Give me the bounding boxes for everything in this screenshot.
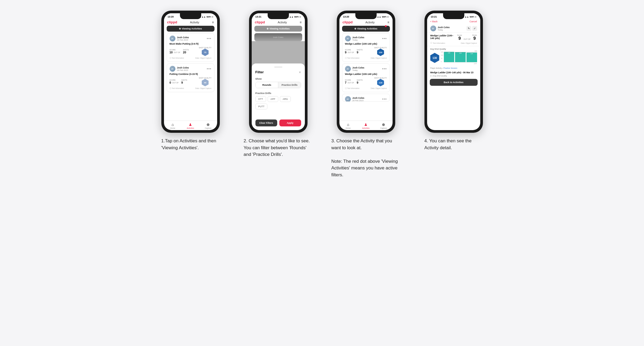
shots-value-1-2: 9 bbox=[181, 81, 187, 84]
back-btn-4[interactable]: < Back bbox=[430, 20, 438, 23]
blurred-text-2: Josh Coles bbox=[273, 36, 284, 39]
y-axis-4: 140 100 50 0 bbox=[441, 51, 443, 62]
hamburger-icon-3[interactable]: ≡ bbox=[387, 20, 389, 24]
nav-activities-1[interactable]: ♟ Activities bbox=[182, 122, 199, 129]
user-name-3-3: Josh Coles bbox=[352, 97, 364, 99]
shots-value-1-1: 20 bbox=[183, 51, 189, 54]
time-4: 13:21 bbox=[431, 15, 437, 18]
clear-filters-btn[interactable]: Clear Filters bbox=[255, 119, 277, 126]
footer-right-3-2: Data: Clippd Capture bbox=[371, 87, 387, 90]
battery-icon-4: ▪▪ bbox=[475, 16, 477, 18]
more-dots-1-2[interactable]: ••• bbox=[207, 68, 212, 70]
practice-session-link-4[interactable]: Practice Session bbox=[443, 67, 457, 69]
more-dots-1-1[interactable]: ••• bbox=[207, 37, 212, 40]
drill-btn-ott[interactable]: OTT bbox=[255, 96, 266, 102]
more-dots-3-1[interactable]: ••• bbox=[382, 37, 387, 40]
stat-group-score-1-2: Score 0 OUT OF bbox=[170, 79, 179, 84]
stats-row-3-1: Score 9 OUT OF Shots 9 bbox=[345, 47, 387, 56]
capture-label-1: Capture bbox=[205, 127, 212, 129]
filter-modal-wrap-2: Filter × Show Rounds Practice Drills Pra… bbox=[252, 41, 305, 130]
user-info-3-3: JC Josh Coles 28 Feb 2023 bbox=[345, 96, 364, 102]
wifi-icon-3: WiFi bbox=[382, 16, 386, 18]
capture-icon-1: ⊕ bbox=[207, 122, 210, 127]
shot-quality-group-3-1: Shot Quality 130 bbox=[374, 47, 387, 56]
user-info-3-2: JC Josh Coles Today bbox=[345, 66, 364, 72]
quality-label-3-2: Shot Quality bbox=[374, 77, 387, 79]
footer-left-1-2: ⓘ Test Information bbox=[170, 87, 184, 90]
header-title-2: Activity bbox=[278, 21, 287, 24]
bars-container-4: 132 129 124 bbox=[444, 51, 477, 62]
expand-icon-4[interactable]: ⤢ bbox=[472, 26, 477, 31]
app-header-1: clippd Activity ≡ bbox=[164, 19, 217, 26]
phone-4: 13:21 ▲▲▲ WiFi ▪▪ < Back Cancel bbox=[424, 11, 483, 133]
home-icon-3: ⌂ bbox=[347, 122, 349, 127]
filter-toggle-practice[interactable]: Practice Drills bbox=[278, 82, 301, 88]
nav-home-3[interactable]: ⌂ Home bbox=[339, 122, 357, 129]
card-footer-3-1: ⓘ Test Information Data: Clippd Capture bbox=[345, 57, 387, 59]
drill-btn-app[interactable]: APP bbox=[268, 96, 278, 102]
detail-score-value-4: 9 bbox=[458, 36, 461, 41]
footer-right-1-1: Data: Clippd Capture bbox=[195, 57, 212, 59]
caption-1: 1.Tap on Activities and then 'Viewing Ac… bbox=[161, 138, 220, 151]
nav-capture-1[interactable]: ⊕ Capture bbox=[199, 122, 217, 129]
user-name-1-1: Josh Coles bbox=[177, 36, 189, 39]
edit-icon-4[interactable]: ✎ bbox=[466, 26, 471, 31]
card-header-1-2: JC Josh Coles 28 Feb 2023 ••• bbox=[170, 66, 212, 72]
avg-line-label-4: 130 bbox=[474, 50, 477, 52]
user-date-3-3: 28 Feb 2023 bbox=[352, 99, 364, 102]
filter-toggle-rounds[interactable]: Rounds bbox=[256, 82, 279, 88]
activity-card-1-2[interactable]: JC Josh Coles 28 Feb 2023 ••• Putting Co… bbox=[167, 63, 214, 92]
activities-label-1: Activities bbox=[187, 127, 194, 129]
quality-label-1-2: Shot Quality bbox=[199, 77, 212, 79]
chart-row-4: 130 140 100 50 0 bbox=[430, 51, 477, 65]
shot-quality-group-1-2: Shot Quality 45 bbox=[199, 77, 212, 86]
phone-4-notch bbox=[443, 13, 464, 19]
filter-close-btn[interactable]: × bbox=[299, 70, 301, 74]
avg-quality-sub-label-4: •• • Avg Shot Quality bbox=[427, 74, 480, 77]
hamburger-icon-2[interactable]: ≡ bbox=[300, 20, 301, 24]
score-label-3-1: Score bbox=[345, 49, 355, 51]
user-info-1-1: JC Josh Coles 28 Feb 2023 bbox=[170, 36, 189, 41]
activity-card-1-1[interactable]: JC Josh Coles 28 Feb 2023 ••• Must Make … bbox=[167, 33, 214, 62]
activity-card-3-1[interactable]: JC Josh Coles Today ••• Wedge Ladder (10… bbox=[342, 33, 390, 62]
user-date-4: Today bbox=[438, 29, 450, 31]
hamburger-icon-1[interactable]: ≡ bbox=[212, 20, 214, 24]
bar-1-4: 132 bbox=[444, 52, 454, 62]
phone-2-screen: 13:21 ▲▲▲ WiFi ▪▪ clippd Activity ≡ ⊕ Vi… bbox=[252, 13, 305, 130]
status-icons-4: ▲▲▲ WiFi ▪▪ bbox=[462, 16, 476, 18]
more-dots-3-2[interactable]: ••• bbox=[382, 68, 387, 70]
activity-card-3-3[interactable]: JC Josh Coles 28 Feb 2023 ••• bbox=[342, 94, 390, 102]
home-label-1: Home bbox=[170, 127, 175, 129]
nav-activities-3[interactable]: ♟ Activities bbox=[357, 122, 375, 129]
viewing-bar-1[interactable]: ⊕ Viewing Activities bbox=[167, 26, 214, 32]
nav-home-1[interactable]: ⌂ Home bbox=[164, 122, 182, 129]
shots-value-3-2: 9 bbox=[357, 81, 363, 84]
caption-2: 2. Choose what you'd like to see. You ca… bbox=[244, 138, 313, 158]
phone-3: 13:20 ▲▲▲ WiFi ▪▪ clippd Activity ≡ ⊕ Vi… bbox=[337, 11, 395, 133]
score-value-1-1: 10 bbox=[170, 51, 173, 54]
time-2: 13:21 bbox=[255, 15, 262, 18]
footer-left-1-1: ⓘ Test Information bbox=[170, 57, 184, 59]
cancel-btn-4[interactable]: Cancel bbox=[469, 20, 477, 23]
y-label-140: 140 bbox=[441, 51, 443, 53]
apply-filters-btn[interactable]: Apply bbox=[279, 119, 301, 126]
viewing-bar-3[interactable]: ⊕ Viewing Activities bbox=[342, 26, 390, 32]
drill-btn-putt[interactable]: PUTT bbox=[255, 104, 268, 109]
activity-card-3-2[interactable]: JC Josh Coles Today ••• Wedge Ladder (10… bbox=[342, 63, 390, 92]
card-header-3-1: JC Josh Coles Today ••• bbox=[345, 36, 387, 41]
logo-1: clippd bbox=[167, 20, 177, 24]
user-name-date-1-1: Josh Coles 28 Feb 2023 bbox=[177, 36, 189, 41]
user-date-3-1: Today bbox=[352, 39, 364, 41]
score-inline-1-2: 0 OUT OF bbox=[170, 81, 179, 84]
phone-4-screen: 13:21 ▲▲▲ WiFi ▪▪ < Back Cancel bbox=[427, 13, 480, 130]
stats-row-1-1: Score 10 OUT OF Shots 20 bbox=[170, 47, 212, 56]
detail-score-col-4: Score 9 bbox=[457, 34, 462, 41]
drill-btn-arg[interactable]: ARG bbox=[280, 96, 291, 102]
wifi-icon-2: WiFi bbox=[294, 16, 299, 18]
more-dots-3-3[interactable]: ••• bbox=[382, 98, 387, 100]
score-inline-1-1: 10 OUT OF bbox=[170, 51, 181, 54]
app-header-3: clippd Activity ≡ bbox=[339, 19, 393, 26]
back-activities-btn-4[interactable]: Back to Activities bbox=[430, 79, 478, 86]
score-inline-3-2: 7 OUT OF bbox=[345, 81, 355, 84]
nav-capture-3[interactable]: ⊕ Capture bbox=[375, 122, 393, 129]
